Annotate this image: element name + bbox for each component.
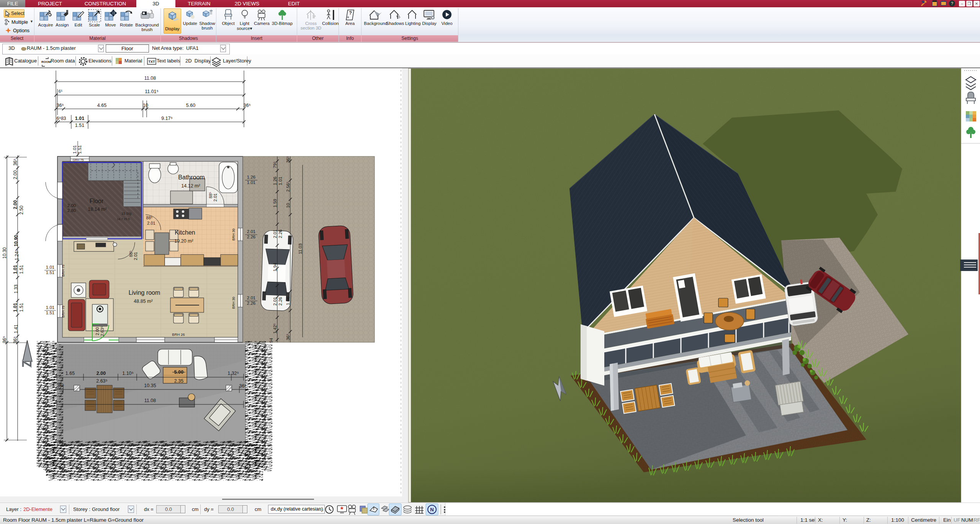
svg-text:2.00: 2.00 bbox=[95, 327, 100, 335]
svg-text:18.14 m²: 18.14 m² bbox=[88, 207, 106, 212]
svg-text:15 Stg: 15 Stg bbox=[121, 212, 131, 215]
svg-text:1.01: 1.01 bbox=[247, 180, 255, 185]
svg-text:BRH 30: BRH 30 bbox=[232, 297, 236, 309]
svg-text:10.35: 10.35 bbox=[144, 383, 156, 388]
svg-text:1.41: 1.41 bbox=[13, 324, 19, 333]
svg-text:1.26: 1.26 bbox=[273, 177, 277, 185]
svg-text:2.35: 2.35 bbox=[174, 378, 183, 384]
svg-text:5.60: 5.60 bbox=[186, 103, 195, 108]
svg-text:2.01: 2.01 bbox=[133, 252, 138, 260]
svg-text:4.65: 4.65 bbox=[97, 103, 106, 108]
svg-text:10: 10 bbox=[286, 203, 290, 208]
svg-text:Floor: Floor bbox=[90, 198, 104, 204]
svg-text:1.01: 1.01 bbox=[13, 303, 18, 312]
svg-text:1.51: 1.51 bbox=[19, 303, 24, 312]
svg-text:1.32⁵: 1.32⁵ bbox=[227, 371, 239, 376]
svg-text:ROOM: ROOM bbox=[41, 60, 51, 64]
svg-text:10.90: 10.90 bbox=[13, 235, 19, 246]
svg-text:11.03: 11.03 bbox=[298, 243, 303, 254]
svg-text:2.26: 2.26 bbox=[278, 230, 283, 238]
svg-text:10: 10 bbox=[143, 103, 148, 108]
svg-text:1.01: 1.01 bbox=[13, 265, 18, 274]
svg-text:2.00: 2.00 bbox=[97, 371, 106, 376]
svg-text:?: ? bbox=[349, 10, 352, 16]
svg-text:1.33: 1.33 bbox=[13, 284, 19, 294]
svg-text:1.94: 1.94 bbox=[273, 263, 277, 271]
svg-text:1.42⁵: 1.42⁵ bbox=[273, 323, 277, 333]
svg-text:1.51: 1.51 bbox=[75, 123, 84, 128]
svg-text:1.51: 1.51 bbox=[19, 265, 24, 274]
svg-text:1.01: 1.01 bbox=[75, 116, 84, 121]
svg-text:10.30: 10.30 bbox=[2, 247, 7, 259]
svg-text:88⁵: 88⁵ bbox=[129, 251, 133, 257]
svg-text:88⁵: 88⁵ bbox=[208, 192, 213, 199]
svg-text:48.85 m²: 48.85 m² bbox=[134, 299, 152, 304]
svg-text:2.01: 2.01 bbox=[247, 296, 255, 300]
svg-text:BRH 75: BRH 75 bbox=[61, 264, 65, 277]
svg-text:1.65: 1.65 bbox=[65, 371, 75, 376]
svg-text:36⁵: 36⁵ bbox=[286, 156, 290, 163]
svg-text:BRH 30: BRH 30 bbox=[232, 228, 236, 241]
svg-text:2.01: 2.01 bbox=[273, 297, 277, 306]
svg-text:94: 94 bbox=[269, 338, 273, 343]
svg-text:2.80: 2.80 bbox=[67, 208, 76, 213]
svg-text:GRH 75: GRH 75 bbox=[73, 158, 84, 162]
svg-text:2.50: 2.50 bbox=[19, 205, 24, 215]
svg-text:19.20 m²: 19.20 m² bbox=[174, 238, 193, 244]
svg-text:11.08: 11.08 bbox=[144, 76, 156, 81]
svg-text:1.01: 1.01 bbox=[72, 145, 77, 154]
svg-text:6⁵83: 6⁵83 bbox=[57, 116, 66, 121]
svg-text:2.01: 2.01 bbox=[213, 193, 218, 201]
svg-text:2.63⁵: 2.63⁵ bbox=[100, 326, 105, 336]
svg-text:2.56⁵: 2.56⁵ bbox=[286, 181, 290, 192]
svg-text:36⁵: 36⁵ bbox=[239, 383, 246, 389]
svg-text:36⁵: 36⁵ bbox=[2, 336, 7, 343]
svg-text:Living room: Living room bbox=[129, 289, 160, 296]
svg-text:2.00: 2.00 bbox=[67, 203, 76, 208]
svg-text:36⁵: 36⁵ bbox=[57, 383, 64, 388]
svg-text:36⁵: 36⁵ bbox=[56, 103, 64, 108]
svg-text:2.00: 2.00 bbox=[13, 170, 18, 179]
svg-text:36⁵: 36⁵ bbox=[13, 337, 18, 343]
svg-text:2.01: 2.01 bbox=[273, 230, 277, 238]
svg-text:Bathroom: Bathroom bbox=[178, 174, 205, 181]
svg-text:36⁵: 36⁵ bbox=[243, 103, 250, 108]
svg-text:?: ? bbox=[951, 1, 953, 6]
svg-text:36⁵: 36⁵ bbox=[13, 159, 18, 166]
svg-text:1.51: 1.51 bbox=[77, 145, 82, 154]
svg-text:1.24⁵: 1.24⁵ bbox=[14, 250, 20, 260]
svg-text:1.01: 1.01 bbox=[46, 305, 54, 310]
svg-text:88⁵: 88⁵ bbox=[146, 215, 153, 220]
svg-text:2.01: 2.01 bbox=[247, 229, 255, 234]
svg-text:N: N bbox=[430, 507, 434, 513]
svg-text:1.01: 1.01 bbox=[278, 177, 283, 185]
svg-text:TXT: TXT bbox=[149, 60, 155, 64]
svg-text:2.63⁵: 2.63⁵ bbox=[96, 378, 108, 384]
svg-text:1.26: 1.26 bbox=[247, 175, 255, 179]
svg-text:14.12 m²: 14.12 m² bbox=[181, 183, 200, 189]
svg-text:79⁵: 79⁵ bbox=[273, 161, 277, 168]
svg-text:BRH 75: BRH 75 bbox=[61, 306, 65, 318]
svg-text:11.08: 11.08 bbox=[144, 398, 156, 403]
svg-text:6⁵: 6⁵ bbox=[59, 89, 63, 94]
svg-text:9.17⁵: 9.17⁵ bbox=[161, 116, 173, 121]
svg-text:36⁵: 36⁵ bbox=[286, 333, 290, 340]
svg-text:2.26: 2.26 bbox=[278, 297, 283, 306]
svg-text:1.59: 1.59 bbox=[273, 199, 277, 207]
svg-text:1.06: 1.06 bbox=[286, 297, 290, 305]
svg-text:1.10⁵: 1.10⁵ bbox=[122, 371, 134, 376]
svg-text:1.01: 1.01 bbox=[46, 265, 54, 269]
svg-text:Kitchen: Kitchen bbox=[175, 229, 195, 236]
svg-text:18.7 25.5: 18.7 25.5 bbox=[117, 217, 130, 221]
svg-text:11.01⁵: 11.01⁵ bbox=[145, 89, 159, 94]
svg-text:2.26: 2.26 bbox=[247, 301, 255, 306]
svg-text:1.51: 1.51 bbox=[46, 270, 54, 275]
svg-text:2.00: 2.00 bbox=[13, 200, 18, 209]
svg-text:2.01: 2.01 bbox=[147, 221, 155, 225]
svg-text:1.51: 1.51 bbox=[46, 310, 54, 315]
svg-text:BRH 26: BRH 26 bbox=[172, 332, 185, 337]
svg-text:2.26: 2.26 bbox=[247, 235, 255, 239]
